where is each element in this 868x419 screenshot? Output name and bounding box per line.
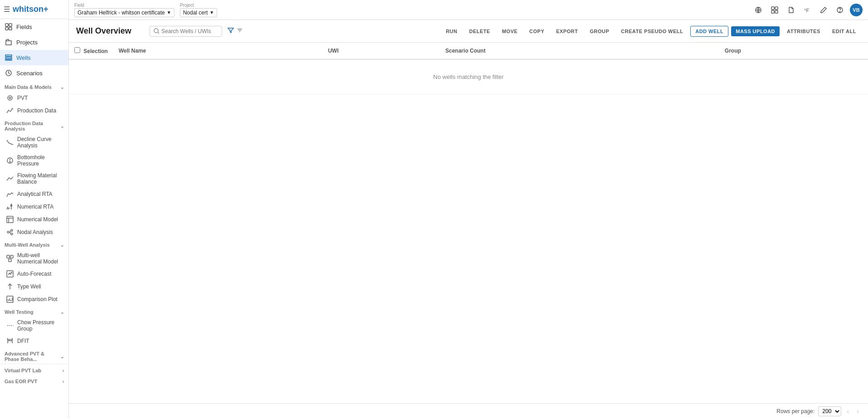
group-button[interactable]: GROUP	[585, 26, 614, 36]
collapse-production-icon[interactable]: ⌄	[60, 124, 64, 129]
mass-upload-button[interactable]: MASS UPLOAD	[731, 26, 780, 36]
collapse-gas-eor-icon[interactable]: ›	[63, 379, 64, 384]
svg-rect-11	[7, 216, 13, 223]
collapse-multi-well-icon[interactable]: ⌄	[60, 243, 64, 248]
project-selector[interactable]: Nodal cert ▼	[180, 8, 218, 17]
temp-icon-btn[interactable]: °F	[801, 4, 814, 16]
svg-rect-15	[7, 255, 10, 258]
dfit-icon	[6, 337, 14, 345]
sidebar-item-numerical-model[interactable]: Numerical Model	[0, 213, 68, 226]
svg-rect-1	[9, 24, 12, 26]
globe-icon-btn[interactable]	[752, 4, 765, 16]
move-button[interactable]: MOVE	[497, 26, 522, 36]
filter-icon[interactable]	[228, 27, 234, 35]
type-well-icon	[6, 283, 14, 290]
svg-rect-4	[5, 55, 12, 56]
collapse-main-data-icon[interactable]: ⌄	[60, 85, 64, 90]
sidebar-item-projects[interactable]: Projects	[0, 34, 68, 50]
file-icon-btn[interactable]	[785, 4, 797, 16]
analytical-rta-icon	[6, 190, 14, 198]
sidebar-item-comparison-plot[interactable]: Comparison Plot	[0, 293, 68, 306]
rows-per-page-select[interactable]: 200 50 100	[818, 406, 841, 416]
search-box[interactable]	[150, 26, 222, 37]
wells-icon	[5, 54, 13, 62]
group-column-header: Group	[719, 43, 868, 59]
sidebar-item-numerical-rta[interactable]: Numerical RTA	[0, 200, 68, 213]
sidebar-item-pvt[interactable]: PVT	[0, 92, 68, 104]
sidebar-item-auto-forecast[interactable]: Auto-Forecast	[0, 268, 68, 280]
topbar: Field Graham Helfrick - whitson certific…	[69, 0, 868, 20]
copy-button[interactable]: COPY	[525, 26, 549, 36]
edit-all-button[interactable]: EDIT ALL	[828, 26, 861, 36]
filter-icons	[228, 27, 243, 35]
sidebar-item-chow-pressure[interactable]: Chow Pressure Group	[0, 317, 68, 335]
sidebar-item-type-well[interactable]: Type Well	[0, 280, 68, 293]
svg-point-27	[839, 11, 840, 12]
uwi-column-header: UWI	[323, 43, 440, 59]
sidebar-item-scenarios[interactable]: Scenarios	[0, 65, 68, 81]
svg-point-13	[11, 229, 13, 231]
no-data-message: No wells matching the filter	[69, 59, 868, 94]
sort-icon[interactable]	[237, 27, 243, 35]
sidebar-item-dfit[interactable]: DFIT	[0, 335, 68, 347]
main-content: Field Graham Helfrick - whitson certific…	[69, 0, 868, 419]
page-title: Well Overview	[76, 26, 144, 36]
collapse-pvt-phase-icon[interactable]: ⌄	[60, 354, 64, 359]
svg-rect-5	[5, 57, 12, 58]
selection-column-header: Selection	[69, 43, 113, 59]
sidebar-item-wells[interactable]: Wells	[0, 50, 68, 65]
export-button[interactable]: EXPORT	[552, 26, 582, 36]
sidebar-item-flowing-material[interactable]: Flowing Material Balance	[0, 170, 68, 188]
svg-rect-22	[775, 7, 778, 10]
sidebar-item-multi-well-numerical[interactable]: Multi-well Numerical Model	[0, 249, 68, 268]
svg-point-12	[7, 231, 9, 233]
section-pvt-phase: Advanced PVT & Phase Beha... ⌄	[0, 347, 68, 364]
sidebar-item-bottomhole[interactable]: Bottomhole Pressure	[0, 151, 68, 170]
sidebar-item-fields[interactable]: Fields	[0, 19, 68, 34]
decline-curve-icon	[6, 139, 14, 146]
section-production-analysis: Production Data Analysis ⌄	[0, 117, 68, 133]
help-icon-btn[interactable]	[834, 4, 846, 16]
table-footer: Rows per page: 200 50 100 ‹ ›	[69, 403, 868, 419]
table-header-row: Selection Well Name UWI Scenario Count G…	[69, 43, 868, 59]
hamburger-icon[interactable]: ☰	[4, 5, 10, 14]
content-header: Well Overview RUN DELETE MOVE COPY EXPOR…	[69, 20, 868, 43]
sidebar-item-analytical-rta[interactable]: Analytical RTA	[0, 188, 68, 200]
create-pseudo-well-button[interactable]: CREATE PSEUDO WELL	[616, 26, 688, 36]
sidebar-item-production-data[interactable]: Production Data	[0, 104, 68, 117]
attributes-button[interactable]: ATTRIBUTES	[782, 26, 825, 36]
collapse-well-testing-icon[interactable]: ⌄	[60, 310, 64, 315]
sidebar-item-nodal-analysis[interactable]: Nodal Analysis	[0, 226, 68, 239]
field-selector[interactable]: Graham Helfrick - whitson certificate ▼	[74, 8, 175, 17]
project-dropdown-icon: ▼	[209, 10, 214, 15]
sidebar-item-decline-curve[interactable]: Decline Curve Analysis	[0, 133, 68, 151]
field-dropdown-icon: ▼	[167, 10, 171, 15]
section-gas-eor: Gas EOR PVT ›	[0, 375, 68, 386]
select-all-checkbox[interactable]	[74, 47, 80, 53]
sidebar: ☰ whitson+ Fields Projects Wells Scenari…	[0, 0, 69, 419]
bottomhole-icon	[6, 157, 14, 164]
section-main-data: Main Data & Models ⌄	[0, 81, 68, 92]
field-selector-group: Field Graham Helfrick - whitson certific…	[74, 3, 175, 17]
nodal-analysis-icon	[6, 229, 14, 236]
svg-text:°F: °F	[804, 8, 809, 13]
section-virtual-pvt: Virtual PVT Lab ›	[0, 364, 68, 375]
svg-rect-3	[9, 27, 12, 30]
search-input[interactable]	[161, 28, 216, 34]
edit-icon-btn[interactable]	[817, 4, 830, 16]
svg-rect-21	[771, 7, 774, 10]
delete-button[interactable]: DELETE	[465, 26, 495, 36]
project-selector-group: Project Nodal cert ▼	[180, 3, 218, 17]
table-area: Selection Well Name UWI Scenario Count G…	[69, 43, 868, 403]
run-button[interactable]: RUN	[441, 26, 462, 36]
grid-icon-btn[interactable]	[768, 4, 781, 16]
add-well-button[interactable]: ADD WELL	[690, 26, 728, 37]
next-page-button[interactable]: ›	[855, 406, 861, 416]
user-avatar[interactable]: VB	[850, 4, 863, 16]
scenarios-icon	[5, 69, 13, 77]
prev-page-button[interactable]: ‹	[845, 406, 851, 416]
app-name: whitson+	[13, 5, 48, 14]
collapse-virtual-pvt-icon[interactable]: ›	[63, 368, 64, 373]
fields-icon	[5, 23, 13, 31]
svg-point-10	[10, 161, 10, 162]
